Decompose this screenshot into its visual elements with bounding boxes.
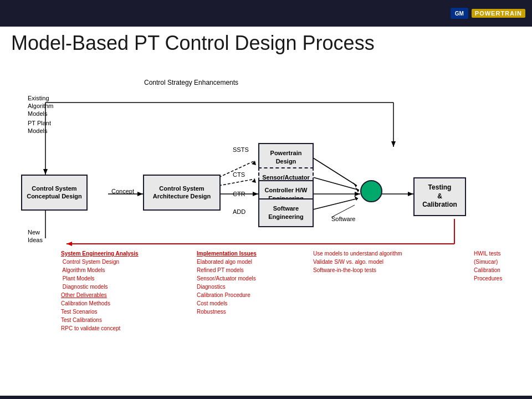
concept-label: Concept	[111, 187, 134, 195]
svg-marker-18	[355, 187, 359, 192]
main-content: Model-Based PT Control Design Process	[0, 27, 532, 399]
right-center-red-list: Use models to understand algorithm Valid…	[313, 249, 435, 274]
page-title: Model-Based PT Control Design Process	[11, 32, 521, 54]
middle-red-list: Implementation Issues Elaborated algo mo…	[197, 249, 308, 316]
add-label: ADD	[233, 208, 245, 216]
svg-marker-5	[43, 169, 48, 175]
svg-line-17	[313, 177, 359, 190]
control-strategy-label: Control Strategy Enhancements	[144, 79, 238, 88]
svg-marker-20	[355, 192, 360, 196]
software-eng-box: Software Engineering	[258, 198, 314, 227]
diagram-area: Control Strategy Enhancements Existing A…	[11, 61, 521, 349]
conceptual-design-box: Control System Conceptual Design	[21, 175, 88, 211]
svg-marker-3	[391, 141, 396, 147]
integration-circle	[360, 180, 382, 202]
svg-marker-12	[252, 161, 256, 165]
header-bar: GM POWERTRAIN	[0, 0, 532, 27]
architecture-design-box: Control System Architecture Design	[143, 175, 221, 211]
svg-line-13	[219, 179, 255, 186]
ssts-label: SSTS	[233, 146, 249, 154]
cts-label: CTS	[233, 171, 245, 178]
svg-line-15	[313, 158, 357, 186]
software-label: Software	[331, 215, 355, 223]
new-ideas-label: New Ideas	[28, 228, 43, 244]
hwil-list: HWIL tests (Simucar) Calibration Procedu…	[474, 249, 532, 283]
gm-logo: GM	[451, 8, 468, 19]
testing-calibration-box: Testing & Calibration	[413, 177, 466, 216]
svg-marker-24	[408, 192, 413, 196]
bottom-bar	[0, 396, 532, 399]
svg-marker-27	[66, 242, 72, 246]
svg-marker-22	[354, 196, 358, 201]
existing-algorithm-label: Existing Algorithm Models	[28, 94, 53, 118]
left-red-list: System Engineering Analysis Control Syst…	[61, 249, 183, 332]
pt-plant-label: PT Plant Models	[28, 119, 51, 135]
powertrain-logo: POWERTRAIN	[472, 9, 525, 18]
svg-marker-8	[137, 192, 143, 196]
svg-marker-14	[252, 179, 256, 183]
svg-marker-16	[353, 182, 357, 187]
logo-area: GM POWERTRAIN	[451, 8, 525, 19]
svg-marker-10	[253, 192, 258, 196]
ctr-label: CTR	[233, 190, 245, 198]
svg-line-21	[313, 198, 358, 209]
